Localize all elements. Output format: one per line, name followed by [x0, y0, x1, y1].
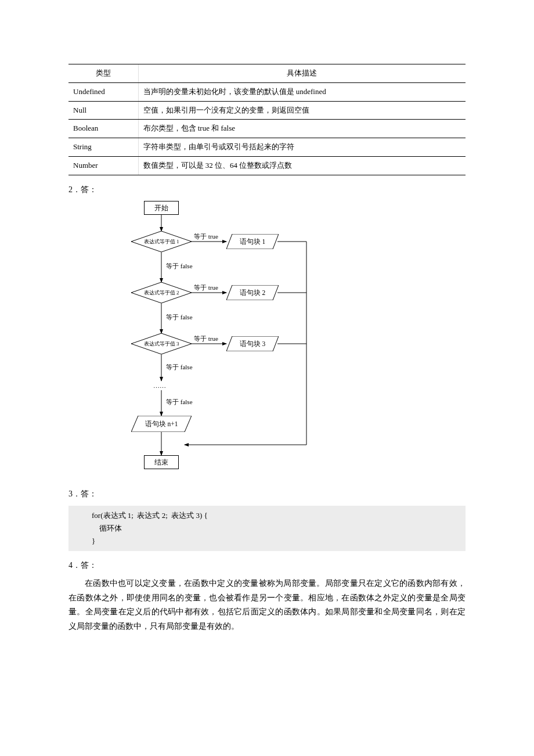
answer-4-label: 4．答：	[68, 559, 466, 572]
answer-4-text: 在函数中也可以定义变量，在函数中定义的变量被称为局部变量。局部变量只在定义它的函…	[68, 577, 466, 633]
table-row: Undefined当声明的变量未初始化时，该变量的默认值是 undefined	[68, 82, 466, 101]
fc-block-2-label: 语句块 2	[240, 287, 266, 298]
answer-3-label: 3．答：	[68, 488, 466, 501]
code-l1f: 表达式	[171, 511, 194, 520]
fc-cond-3: 表达式等于值 3	[131, 333, 192, 354]
fc-block-2: 语句块 2	[226, 285, 279, 300]
cell-type: Undefined	[68, 82, 138, 101]
fc-block-n: 语句块 n+1	[131, 416, 192, 432]
fc-false-3: 等于 false	[166, 362, 193, 373]
fc-false-4: 等于 false	[166, 397, 193, 408]
fc-cond-1: 表达式等于值 1	[131, 231, 192, 252]
fc-cond-2-label: 表达式等于值 2	[144, 289, 179, 297]
cell-type: Boolean	[68, 120, 138, 138]
fc-end: 结束	[144, 455, 179, 469]
fc-block-3-label: 语句块 3	[240, 339, 266, 349]
code-l1e: 2;	[160, 511, 171, 520]
code-l1d: 表达式	[137, 511, 160, 520]
code-l1c: 1;	[126, 511, 138, 520]
fc-block-n-label: 语句块 n+1	[145, 419, 178, 429]
fc-true-2: 等于 true	[194, 283, 218, 293]
page: 类型 具体描述 Undefined当声明的变量未初始化时，该变量的默认值是 un…	[0, 0, 534, 756]
code-l1a: for(	[92, 511, 103, 520]
th-desc: 具体描述	[138, 64, 466, 83]
cell-type: String	[68, 138, 138, 157]
code-l1b: 表达式	[103, 511, 126, 520]
fc-dots: ……	[153, 381, 166, 391]
table-row: Number数值类型，可以是 32 位、64 位整数或浮点数	[68, 156, 466, 175]
fc-start-label: 开始	[154, 203, 168, 213]
cell-type: Number	[68, 156, 138, 175]
table-header-row: 类型 具体描述	[68, 64, 466, 83]
fc-cond-2: 表达式等于值 2	[131, 282, 192, 303]
fc-cond-3-label: 表达式等于值 3	[144, 340, 179, 348]
table-row: String字符串类型，由单引号或双引号括起来的字符	[68, 138, 466, 157]
types-table: 类型 具体描述 Undefined当声明的变量未初始化时，该变量的默认值是 un…	[68, 64, 466, 175]
fc-true-3: 等于 true	[194, 334, 218, 344]
cell-type: Null	[68, 101, 138, 120]
fc-true-1: 等于 true	[194, 232, 218, 242]
fc-false-1: 等于 false	[166, 261, 193, 272]
table-row: Boolean布尔类型，包含 true 和 false	[68, 120, 466, 138]
fc-end-label: 结束	[154, 457, 168, 467]
answer-2-label: 2．答：	[68, 183, 466, 196]
cell-desc: 布尔类型，包含 true 和 false	[138, 120, 466, 138]
cell-desc: 数值类型，可以是 32 位、64 位整数或浮点数	[138, 156, 466, 175]
cell-desc: 当声明的变量未初始化时，该变量的默认值是 undefined	[138, 82, 466, 101]
code-l1g: 3) {	[194, 511, 208, 520]
fc-cond-1-label: 表达式等于值 1	[144, 237, 179, 246]
flowchart: 开始 表达式等于值 1 语句块 1 表达式等于值 2 语句块 2 表达式等于值 …	[103, 201, 347, 480]
fc-block-1-label: 语句块 1	[240, 236, 266, 247]
code-l2: 循环体	[99, 524, 122, 532]
cell-desc: 字符串类型，由单引号或双引号括起来的字符	[138, 138, 466, 157]
fc-start: 开始	[144, 201, 179, 215]
code-block: for(表达式 1; 表达式 2; 表达式 3) { 循环体 }	[68, 506, 466, 551]
fc-block-1: 语句块 1	[226, 234, 279, 249]
code-l3: }	[92, 537, 95, 545]
fc-false-2: 等于 false	[166, 312, 193, 323]
cell-desc: 空值，如果引用一个没有定义的变量，则返回空值	[138, 101, 466, 120]
th-type: 类型	[68, 64, 138, 83]
table-row: Null空值，如果引用一个没有定义的变量，则返回空值	[68, 101, 466, 120]
fc-block-3: 语句块 3	[226, 336, 279, 351]
